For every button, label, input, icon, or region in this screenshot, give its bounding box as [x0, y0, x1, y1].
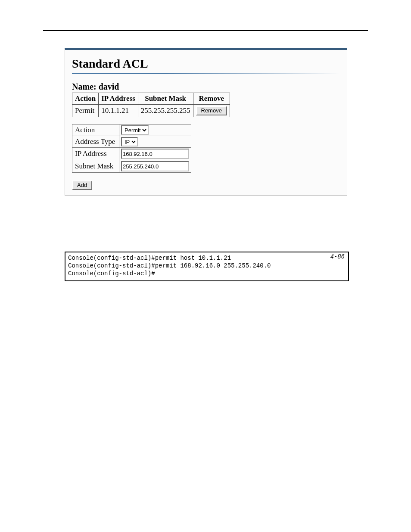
acl-entries-table: Action IP Address Subnet Mask Remove Per…	[72, 93, 230, 117]
panel-title: Standard ACL	[72, 57, 340, 71]
page-top-rule	[43, 30, 368, 31]
form-label-mask: Subnet Mask	[72, 160, 119, 173]
standard-acl-panel: Standard ACL Name: david Action IP Addre…	[65, 48, 347, 196]
col-header-ip: IP Address	[99, 93, 138, 105]
cli-line: Console(config-std-acl)#permit 168.92.16…	[68, 262, 271, 269]
acl-name-heading: Name: david	[72, 82, 340, 92]
col-header-action: Action	[72, 93, 99, 105]
table-row: Permit 10.1.1.21 255.255.255.255 Remove	[72, 105, 230, 117]
cli-output: Console(config-std-acl)#permit host 10.1…	[65, 252, 349, 281]
ip-address-input[interactable]	[121, 149, 189, 159]
form-label-ip: IP Address	[72, 148, 119, 160]
cell-mask: 255.255.255.255	[138, 105, 193, 117]
form-label-action: Action	[72, 124, 119, 136]
cli-line: Console(config-std-acl)#	[68, 270, 155, 277]
action-select[interactable]: Permit	[121, 125, 149, 135]
add-button[interactable]: Add	[72, 180, 92, 190]
subnet-mask-input[interactable]	[121, 161, 189, 171]
acl-name-value: david	[99, 82, 119, 91]
cell-action: Permit	[72, 105, 99, 117]
form-label-address-type: Address Type	[72, 136, 119, 148]
acl-add-form: Action Permit Address Type IP IP Address	[72, 124, 191, 173]
col-header-remove: Remove	[193, 93, 230, 105]
remove-button[interactable]: Remove	[196, 106, 227, 115]
cli-section: 4-86 Console(config-std-acl)#permit host…	[65, 252, 349, 281]
title-underline	[72, 73, 340, 74]
cell-ip: 10.1.1.21	[99, 105, 138, 117]
col-header-mask: Subnet Mask	[138, 93, 193, 105]
cli-line: Console(config-std-acl)#permit host 10.1…	[68, 255, 231, 261]
acl-name-prefix: Name:	[72, 82, 99, 91]
address-type-select[interactable]: IP	[121, 137, 138, 146]
